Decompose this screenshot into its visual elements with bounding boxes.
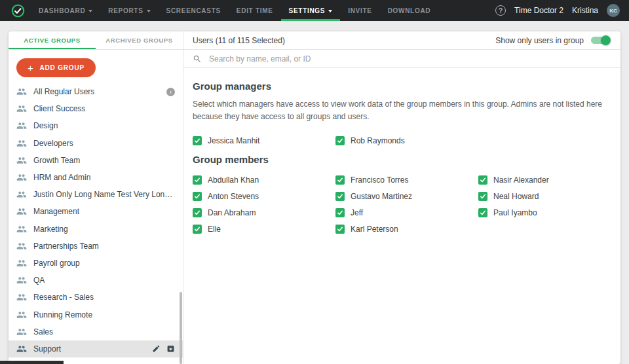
group-managers-description: Select which managers have access to vie… xyxy=(193,98,611,122)
chevron-down-icon xyxy=(88,10,92,12)
avatar[interactable]: KC xyxy=(607,4,620,17)
group-item[interactable]: QA xyxy=(9,272,183,289)
nav-item-edit-time[interactable]: EDIT TIME xyxy=(229,0,281,21)
member-check-item[interactable]: Elle xyxy=(193,221,335,237)
group-name: Sales xyxy=(33,327,53,337)
checkbox-checked[interactable] xyxy=(478,208,487,217)
checkbox-checked[interactable] xyxy=(335,225,345,234)
group-item[interactable]: HRM and Admin xyxy=(9,169,183,186)
check-icon xyxy=(337,209,343,216)
member-check-item[interactable]: Abdullah Khan xyxy=(193,172,335,188)
group-members-heading: Group members xyxy=(193,154,611,165)
user-name[interactable]: Kristina xyxy=(572,6,598,15)
time-doctor-logo-icon[interactable] xyxy=(5,0,31,21)
checkbox-checked[interactable] xyxy=(193,208,202,217)
group-icon xyxy=(16,189,27,200)
group-name: All Regular Users xyxy=(33,87,94,96)
groups-tabs: ACTIVE GROUPS ARCHIVED GROUPS xyxy=(9,31,183,50)
toggle-label: Show only users in group xyxy=(495,36,584,45)
group-actions xyxy=(152,344,175,353)
checkbox-checked[interactable] xyxy=(478,175,487,185)
member-check-item[interactable]: Nasir Alexander xyxy=(478,172,620,188)
group-item[interactable]: Marketing xyxy=(9,221,183,238)
member-check-item[interactable]: Dan Abraham xyxy=(193,204,335,221)
group-item[interactable]: Developers xyxy=(9,135,183,152)
group-name: Research - Sales xyxy=(33,293,94,302)
group-icon xyxy=(16,86,27,97)
group-item[interactable]: Running Remote xyxy=(9,306,183,323)
group-icon xyxy=(16,275,27,285)
nav-item-label: DASHBOARD xyxy=(39,7,85,14)
group-item[interactable]: Partnerships Team xyxy=(9,238,183,255)
search-input[interactable] xyxy=(208,54,611,64)
member-check-item[interactable]: Karl Peterson xyxy=(335,221,478,237)
nav-item-label: REPORTS xyxy=(108,7,143,14)
group-icon xyxy=(16,327,27,337)
group-icon xyxy=(16,224,27,234)
show-only-users-toggle[interactable] xyxy=(591,37,609,44)
check-icon xyxy=(194,209,200,216)
checkbox-checked[interactable] xyxy=(478,192,487,201)
group-item[interactable]: Growth Team xyxy=(9,152,183,169)
member-check-item[interactable]: Gustavo Martinez xyxy=(335,188,478,204)
users-content: Group managers Select which managers hav… xyxy=(183,68,620,250)
group-name: HRM and Admin xyxy=(33,173,90,182)
checkbox-checked[interactable] xyxy=(193,192,202,201)
check-icon xyxy=(194,193,200,200)
checkbox-checked[interactable] xyxy=(193,225,202,234)
member-check-item[interactable]: Francisco Torres xyxy=(335,172,478,188)
member-name: Dan Abraham xyxy=(208,208,256,217)
group-item[interactable]: Research - Sales xyxy=(9,289,183,306)
group-item[interactable]: Management xyxy=(9,203,183,220)
group-item[interactable]: Support xyxy=(9,340,183,357)
chevron-down-icon xyxy=(328,10,332,12)
check-icon xyxy=(337,177,343,183)
group-item[interactable]: All Regular Usersi xyxy=(9,83,183,100)
checkbox-checked[interactable] xyxy=(193,136,202,145)
group-name: Running Remote xyxy=(33,310,92,319)
help-icon[interactable]: ? xyxy=(495,5,506,16)
manager-check-item[interactable]: Jessica Manhit xyxy=(193,132,335,149)
checkbox-checked[interactable] xyxy=(335,175,345,185)
group-name: Client Success xyxy=(33,104,85,113)
nav-item-download[interactable]: DOWNLOAD xyxy=(380,0,439,21)
group-item[interactable]: Payroll group xyxy=(9,255,183,272)
member-check-item[interactable]: Paul Iyambo xyxy=(478,204,620,221)
groups-list: All Regular UsersiClient SuccessDesignDe… xyxy=(9,83,183,364)
edit-pencil-icon[interactable] xyxy=(152,344,161,353)
main-area: ACTIVE GROUPS ARCHIVED GROUPS + ADD GROU… xyxy=(0,21,629,364)
vertical-scrollbar-thumb[interactable] xyxy=(180,292,182,364)
group-name: Payroll group xyxy=(33,259,80,268)
tab-archived-groups[interactable]: ARCHIVED GROUPS xyxy=(96,31,183,49)
company-name[interactable]: Time Doctor 2 xyxy=(514,6,563,15)
nav-item-dashboard[interactable]: DASHBOARD xyxy=(31,0,100,21)
group-item[interactable]: Sales xyxy=(9,323,183,340)
nav-item-label: EDIT TIME xyxy=(237,7,273,14)
nav-item-settings[interactable]: SETTINGS xyxy=(281,0,341,21)
checkbox-checked[interactable] xyxy=(335,208,345,217)
check-icon xyxy=(480,209,486,216)
checkbox-checked[interactable] xyxy=(193,175,202,185)
member-check-item[interactable]: Jeff xyxy=(335,204,478,221)
add-group-button[interactable]: + ADD GROUP xyxy=(16,58,96,77)
group-item[interactable]: Client Success xyxy=(9,100,183,117)
checkbox-checked[interactable] xyxy=(335,136,345,145)
group-item[interactable]: Justin Only Long Name Test Very Long ... xyxy=(9,186,183,203)
tab-active-groups[interactable]: ACTIVE GROUPS xyxy=(9,31,96,49)
group-name: Partnerships Team xyxy=(33,242,99,251)
nav-item-reports[interactable]: REPORTS xyxy=(100,0,158,21)
group-icon xyxy=(16,138,27,149)
manager-check-item[interactable]: Rob Raymonds xyxy=(335,132,478,149)
group-icon xyxy=(16,172,27,183)
checkbox-checked[interactable] xyxy=(335,192,345,201)
nav-item-invite[interactable]: INVITE xyxy=(340,0,379,21)
groups-settings-card: ACTIVE GROUPS ARCHIVED GROUPS + ADD GROU… xyxy=(9,31,620,364)
info-icon[interactable]: i xyxy=(166,88,175,96)
member-name: Anton Stevens xyxy=(208,192,259,201)
member-check-item[interactable]: Neal Howard xyxy=(478,188,620,204)
group-item[interactable]: Design xyxy=(9,117,183,134)
nav-item-screencasts[interactable]: SCREENCASTS xyxy=(159,0,229,21)
archive-icon[interactable] xyxy=(166,344,175,353)
member-check-item[interactable]: Anton Stevens xyxy=(193,188,335,204)
horizontal-scrollbar-thumb[interactable] xyxy=(0,361,64,364)
